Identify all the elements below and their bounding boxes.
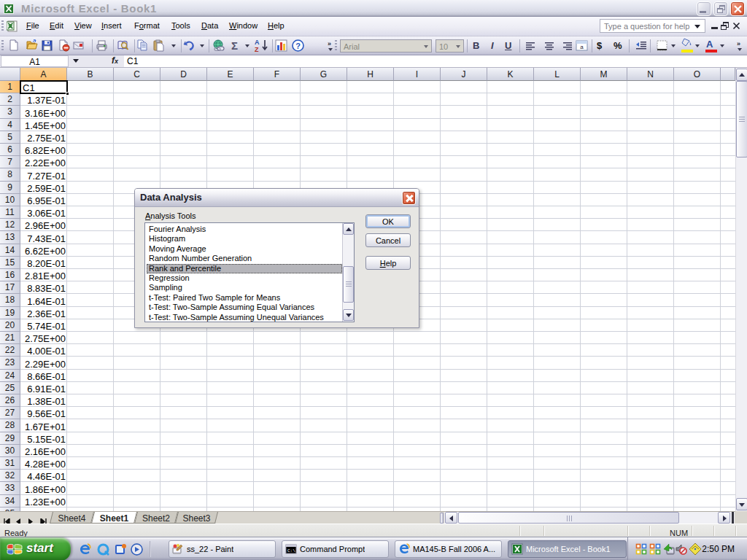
svg-text:?: ?	[295, 42, 301, 50]
svg-text:C:\: C:\	[287, 548, 295, 553]
svg-text:a: a	[580, 44, 584, 50]
